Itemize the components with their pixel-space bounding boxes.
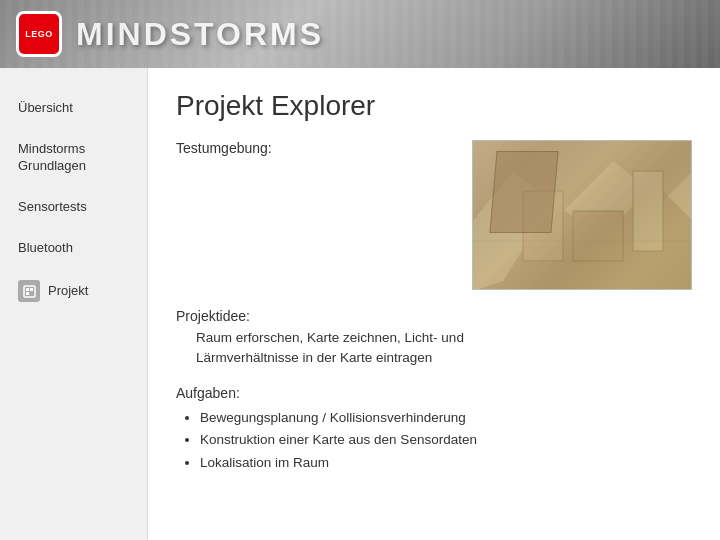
text-section: Testumgebung:: [176, 140, 452, 290]
content-body: Testumgebung:: [176, 140, 692, 290]
sidebar-item-ubersicht[interactable]: Übersicht: [0, 88, 147, 129]
testumgebung-label: Testumgebung:: [176, 140, 452, 156]
projektidee-section: Projektidee: Raum erforschen, Karte zeic…: [176, 308, 692, 369]
content-area: Projekt Explorer Testumgebung: Projek: [148, 68, 720, 540]
svg-rect-8: [573, 211, 623, 261]
app-title: mindstorms: [76, 16, 324, 53]
aufgaben-list: Bewegungsplanung / Kollisionsverhinderun…: [176, 407, 692, 476]
svg-rect-9: [633, 171, 663, 251]
svg-rect-3: [26, 292, 29, 295]
sidebar-item-bluetooth[interactable]: Bluetooth: [0, 228, 147, 269]
app-header: LEGO mindstorms: [0, 0, 720, 68]
sidebar: Übersicht Mindstorms Grundlagen Sensorte…: [0, 68, 148, 540]
aufgaben-section: Aufgaben: Bewegungsplanung / Kollisionsv…: [176, 385, 692, 476]
aufgaben-item-3: Lokalisation im Raum: [200, 452, 692, 475]
aufgaben-item-1: Bewegungsplanung / Kollisionsverhinderun…: [200, 407, 692, 430]
projekt-icon: [18, 280, 40, 302]
aufgaben-item-2: Konstruktion einer Karte aus den Sensord…: [200, 429, 692, 452]
lego-logo-icon: LEGO: [16, 11, 62, 57]
svg-rect-1: [26, 288, 29, 291]
testumgebung-image: [472, 140, 692, 290]
sidebar-item-mindstorms-grundlagen[interactable]: Mindstorms Grundlagen: [0, 129, 147, 187]
projektidee-text: Raum erforschen, Karte zeichnen, Licht- …: [176, 328, 692, 369]
svg-rect-7: [523, 191, 563, 261]
svg-rect-2: [30, 288, 33, 291]
sidebar-item-sensortests[interactable]: Sensortests: [0, 187, 147, 228]
projektidee-title: Projektidee:: [176, 308, 692, 324]
aufgaben-title: Aufgaben:: [176, 385, 692, 401]
page-title: Projekt Explorer: [176, 90, 692, 122]
main-layout: Übersicht Mindstorms Grundlagen Sensorte…: [0, 68, 720, 540]
svg-rect-0: [24, 286, 35, 297]
sidebar-item-projekt[interactable]: Projekt: [0, 268, 147, 314]
